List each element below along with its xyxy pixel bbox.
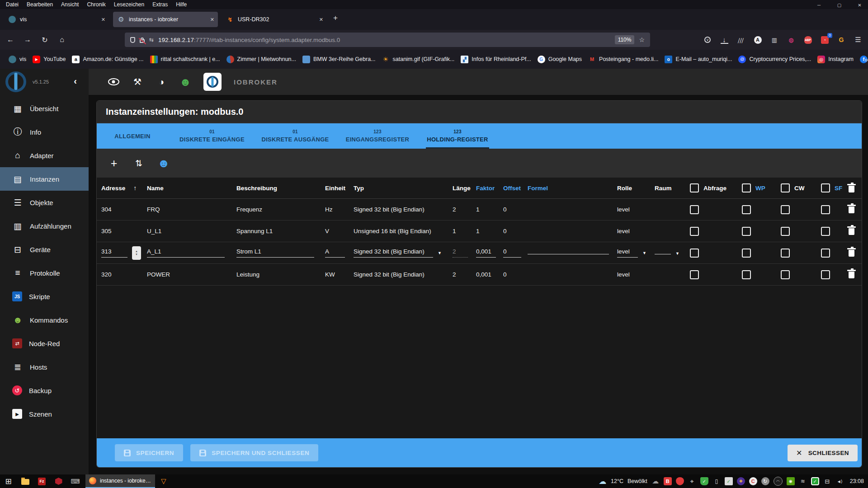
menu-bearbeiten[interactable]: Bearbeiten: [23, 0, 57, 9]
pocket-icon[interactable]: ∨: [703, 36, 712, 44]
sidebar-item-geraete[interactable]: ⊟ Geräte: [0, 238, 89, 261]
minimize-button[interactable]: ─: [809, 0, 829, 10]
menu-lesezeichen[interactable]: Lesezeichen: [110, 0, 148, 9]
offset-field[interactable]: 0: [503, 206, 507, 213]
browser-tab-usr[interactable]: USR-DR302 ✕: [222, 12, 327, 27]
bookmark-star-icon[interactable]: ☆: [639, 36, 645, 43]
bookmark-infos[interactable]: ▞ Infos für Rheinland-Pf...: [458, 56, 534, 63]
downloads-icon[interactable]: ↓: [720, 36, 728, 44]
tracking-shield-icon[interactable]: [130, 37, 135, 43]
sidebar-item-hosts[interactable]: ≣ Hosts: [0, 355, 89, 379]
sf-checkbox[interactable]: [821, 227, 830, 236]
send-tab-icon[interactable]: ◍: [787, 36, 795, 44]
app-menu-icon[interactable]: ☰: [854, 36, 862, 44]
sidebar-item-uebersicht[interactable]: ▦ Übersicht: [0, 97, 89, 120]
ccleaner-icon[interactable]: C: [749, 477, 757, 485]
volume-icon[interactable]: ◄⟩: [835, 477, 844, 485]
beschreibung-field[interactable]: Frequenz: [236, 206, 262, 213]
beschreibung-field[interactable]: Strom L1: [236, 248, 314, 258]
wp-checkbox[interactable]: [742, 227, 751, 236]
offset-field[interactable]: 0: [503, 228, 507, 235]
typ-select[interactable]: Signed 32 bit (Big Endian): [354, 206, 425, 213]
library-icon[interactable]: |||: [737, 36, 745, 44]
sidebar-item-backup[interactable]: ↺ Backup: [0, 379, 89, 402]
tab-diskrete-eingaenge[interactable]: 01 DISKRETE EINGÄNGE: [168, 123, 256, 149]
network-icon[interactable]: ⊟: [823, 477, 831, 485]
bookmark-youtube[interactable]: ▶ YouTube: [29, 56, 69, 63]
home-button[interactable]: ⌂: [55, 30, 69, 50]
column-adresse[interactable]: Adresse↑: [97, 184, 147, 192]
wp-checkbox[interactable]: [742, 270, 751, 279]
wp-checkbox[interactable]: [742, 249, 751, 258]
dark-globe-icon[interactable]: ◠: [774, 477, 783, 486]
triangle-app-icon[interactable]: ▽: [161, 477, 166, 485]
cw-select-all-checkbox[interactable]: [781, 183, 790, 192]
antivirus-icon[interactable]: B: [664, 477, 672, 485]
offset-field[interactable]: 0: [503, 271, 507, 278]
sf-checkbox[interactable]: [821, 205, 830, 214]
chevron-down-icon[interactable]: [642, 249, 646, 256]
close-tab-icon[interactable]: ✕: [101, 17, 105, 23]
maximize-button[interactable]: ▢: [829, 0, 849, 10]
view-eye-icon[interactable]: [108, 76, 119, 88]
usb-icon[interactable]: ▯: [712, 477, 721, 485]
assistant-head-icon[interactable]: ☻: [179, 76, 191, 88]
close-tab-icon[interactable]: ✕: [319, 17, 323, 23]
browser-tab-vis[interactable]: vis ✕: [4, 12, 109, 27]
clock-label[interactable]: 23:08: [850, 478, 864, 484]
typ-select[interactable]: Signed 32 bit (Big Endian): [354, 271, 425, 278]
bookmark-instagram[interactable]: ◎ Instagram: [814, 56, 857, 63]
delete-row-button[interactable]: [849, 272, 854, 278]
menu-hilfe[interactable]: Hilfe: [172, 0, 191, 9]
zoom-level-badge[interactable]: 110%: [615, 35, 635, 44]
sort-rows-button[interactable]: ⇅: [132, 157, 145, 169]
forward-button[interactable]: →: [21, 30, 34, 50]
purple-app-icon[interactable]: ✚: [737, 477, 745, 485]
bookmark-bmw[interactable]: BMW 3er-Reihe Gebra...: [299, 56, 379, 63]
formel-field[interactable]: [528, 252, 609, 254]
password-shield-icon[interactable]: [676, 477, 684, 485]
rolle-select[interactable]: level: [617, 206, 630, 213]
sidebar-item-instanzen[interactable]: ▤ Instanzen: [0, 167, 89, 191]
abfrage-checkbox[interactable]: [690, 270, 699, 279]
menu-ansicht[interactable]: Ansicht: [57, 0, 83, 9]
assistant-head-icon[interactable]: ☻: [157, 157, 170, 169]
number-stepper[interactable]: [132, 246, 141, 260]
faktor-field[interactable]: 0,001: [476, 248, 496, 258]
menu-chronik[interactable]: Chronik: [83, 0, 109, 9]
faktor-field[interactable]: 1: [476, 228, 480, 235]
profile-icon[interactable]: A: [754, 36, 762, 44]
sidebar-item-szenen[interactable]: ▶ Szenen: [0, 402, 89, 426]
docker-icon[interactable]: ≋: [799, 477, 807, 485]
rolle-select[interactable]: level: [617, 228, 630, 235]
faktor-field[interactable]: 1: [476, 206, 480, 213]
chevron-down-icon[interactable]: [438, 249, 442, 256]
adblock-plus-icon[interactable]: ABP: [804, 36, 812, 44]
sidebar-item-node-red[interactable]: ⇄ Node-Red: [0, 332, 89, 355]
bookmark-vis[interactable]: vis: [5, 56, 29, 63]
einheit-field[interactable]: V: [325, 228, 329, 235]
weather-condition-label[interactable]: Bewölkt: [627, 478, 647, 484]
name-field[interactable]: FRQ: [147, 206, 160, 213]
containers-icon[interactable]: ▥: [770, 36, 778, 44]
menu-extras[interactable]: Extras: [148, 0, 172, 9]
close-dialog-button[interactable]: ✕SCHLIESSEN: [788, 445, 858, 461]
putty-icon[interactable]: ⌨: [67, 474, 84, 488]
cw-checkbox[interactable]: [781, 270, 790, 279]
tab-eingangsregister[interactable]: 123 EINGANGSREGISTER: [335, 123, 420, 149]
active-task-button[interactable]: instances - iobroker - ...: [85, 474, 155, 488]
beschreibung-field[interactable]: Leistung: [236, 271, 259, 278]
name-field[interactable]: POWER: [147, 271, 170, 278]
chevron-down-icon[interactable]: [675, 249, 679, 256]
bookmark-zimmer[interactable]: Zimmer | Mietwohnun...: [223, 56, 299, 63]
einheit-field[interactable]: KW: [325, 271, 335, 278]
rolle-select[interactable]: level: [617, 248, 638, 258]
typ-select[interactable]: Signed 32 bit (Big Endian): [354, 248, 433, 258]
hexagon-app-icon[interactable]: [50, 474, 67, 488]
delete-row-button[interactable]: [849, 228, 854, 235]
back-button[interactable]: ←: [4, 30, 17, 50]
card-check-icon[interactable]: ✓: [725, 477, 733, 485]
theme-toggle-icon[interactable]: ◑: [156, 76, 167, 88]
close-window-button[interactable]: ✕: [849, 0, 868, 10]
faktor-field[interactable]: 0,001: [476, 271, 491, 278]
